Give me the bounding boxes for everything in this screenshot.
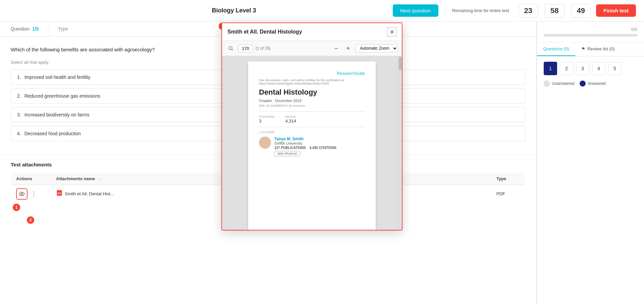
sort-icon: ↑↓ xyxy=(98,177,101,181)
pdf-chapter: Chapter · December 2019 xyxy=(259,99,365,103)
search-icon xyxy=(228,46,233,51)
legend: Unanswered Answered xyxy=(537,81,644,92)
question-nav-item[interactable]: Question 1/5 xyxy=(0,21,50,36)
pdf-page-info: (1 of 29) xyxy=(256,46,271,51)
pdf-file-icon: PDF xyxy=(56,190,63,198)
pdf-small-link: See discussions, stats, and author profi… xyxy=(259,79,365,85)
pdf-researchgate: ResearchGate xyxy=(259,71,365,76)
question-nav-label: Question xyxy=(11,26,30,32)
pdf-scrollbar[interactable] xyxy=(398,56,402,230)
pdf-content[interactable]: ResearchGate See discussions, stats, and… xyxy=(222,56,402,230)
svg-line-5 xyxy=(232,49,233,50)
pdf-icon: PDF xyxy=(56,190,63,196)
option-text-3: Increased biodiversity on farms xyxy=(24,112,90,117)
q-btn-3[interactable]: 3 xyxy=(576,62,589,75)
pdf-author-affil: Griffith University xyxy=(274,141,336,145)
legend-unanswered: Unanswered xyxy=(544,81,574,87)
score-text: 0/5 xyxy=(544,27,637,32)
pdf-close-button[interactable]: ✕ xyxy=(387,27,396,37)
pdf-author-name[interactable]: Tanya M. Smith xyxy=(274,137,336,141)
unanswered-label: Unanswered xyxy=(552,81,574,86)
answered-dot xyxy=(580,81,586,87)
pdf-toolbar: (1 of 29) − + Automatic Zoom50%75%100%12… xyxy=(222,41,402,56)
pdf-viewer-modal: Smith et All. Dental Histology ✕ (1 of 2… xyxy=(221,22,402,231)
finish-test-button[interactable]: Finish test xyxy=(596,4,636,17)
next-question-button[interactable]: Next question xyxy=(393,4,438,17)
option-text-2: Reduced greenhouse gas emissions xyxy=(24,93,100,99)
pdf-author-avatar xyxy=(259,137,271,149)
pdf-author-stats: 127 PUBLICATIONS 6,435 CITATIONS xyxy=(274,146,336,150)
view-attachment-button[interactable] xyxy=(16,188,28,200)
pdf-modal-title: Smith et All. Dental Histology xyxy=(227,29,302,35)
svg-point-0 xyxy=(19,192,24,196)
badge-2: 2 xyxy=(27,216,34,224)
pdf-author-section: 1 author: Tanya M. Smith Griffith Univer… xyxy=(259,131,365,156)
option-number-1: 1. xyxy=(17,74,21,80)
pdf-zoom-in-button[interactable]: + xyxy=(343,44,353,53)
header-right: Next question Remaining time for entire … xyxy=(393,4,636,17)
pdf-citations-value: 3 xyxy=(259,118,275,123)
see-profile-button[interactable]: SEE PROFILE xyxy=(274,151,300,156)
right-panel: 0/5 Questions (5) ⚑ Review list (0) 1 2 … xyxy=(537,21,644,304)
unanswered-dot xyxy=(544,81,550,87)
option-number-3: 3. xyxy=(17,112,21,117)
question-buttons: 1 2 3 4 5 xyxy=(537,56,644,81)
svg-text:PDF: PDF xyxy=(57,192,61,194)
q-btn-2[interactable]: 2 xyxy=(560,62,573,75)
question-type: Type xyxy=(50,21,76,36)
svg-point-4 xyxy=(229,47,232,50)
col-type: Type xyxy=(492,172,525,185)
badge-1: 1 xyxy=(13,204,20,211)
score-section: 0/5 xyxy=(537,21,644,42)
pdf-divider xyxy=(259,111,365,112)
option-text-1: Improved soil health and fertility xyxy=(24,74,91,80)
pdf-citations: CITATIONS 3 xyxy=(259,115,275,123)
q-btn-4[interactable]: 4 xyxy=(592,62,605,75)
question-fraction: 1/5 xyxy=(32,26,39,32)
svg-point-1 xyxy=(21,193,23,195)
tab-review[interactable]: ⚑ Review list (0) xyxy=(575,42,621,56)
flag-icon: ⚑ xyxy=(581,46,585,51)
pdf-reads: READS 4,314 xyxy=(285,115,297,123)
pdf-page: ResearchGate See discussions, stats, and… xyxy=(248,61,376,230)
attachment-more-button[interactable]: ⋮ xyxy=(30,189,38,199)
right-panel-tabs: Questions (5) ⚑ Review list (0) xyxy=(537,42,644,56)
page-title: Biology Level 3 xyxy=(75,7,393,14)
q-btn-5[interactable]: 5 xyxy=(608,62,622,75)
pdf-reads-value: 4,314 xyxy=(285,118,297,123)
attachment-actions: ⋮ xyxy=(11,185,51,203)
legend-answered: Answered xyxy=(580,81,605,87)
pdf-scrollbar-thumb[interactable] xyxy=(399,57,401,70)
timer-hours: 23 xyxy=(519,4,538,17)
pdf-meta-row: CITATIONS 3 READS 4,314 xyxy=(259,115,365,123)
eye-icon xyxy=(19,191,25,197)
attachment-type: PDF xyxy=(492,185,525,203)
header: Biology Level 3 Next question Remaining … xyxy=(0,0,644,21)
pdf-author-info: Tanya M. Smith Griffith University 127 P… xyxy=(274,137,336,156)
answered-label: Answered xyxy=(588,81,605,86)
pdf-citations-label: CITATIONS xyxy=(259,115,275,118)
pdf-zoom-out-button[interactable]: − xyxy=(331,44,341,53)
q-btn-1[interactable]: 1 xyxy=(544,62,557,75)
option-number-4: 4. xyxy=(17,131,21,136)
timer-label: Remaining time for entire test xyxy=(452,8,509,13)
pdf-divider2 xyxy=(259,127,365,127)
timer-seconds: 49 xyxy=(571,4,591,17)
pdf-search-button[interactable] xyxy=(226,44,235,53)
pdf-author-row: Tanya M. Smith Griffith University 127 P… xyxy=(259,137,365,156)
pdf-zoom-select[interactable]: Automatic Zoom50%75%100%125%150% xyxy=(356,44,398,52)
timer-minutes: 58 xyxy=(545,4,564,17)
pdf-modal-header: Smith et All. Dental Histology ✕ xyxy=(222,23,402,41)
pdf-page-input[interactable] xyxy=(238,45,253,52)
option-text-4: Decreased food production xyxy=(24,131,81,136)
progress-bar xyxy=(544,34,637,37)
option-number-2: 2. xyxy=(17,93,21,99)
pdf-doi: DOI: 10.1016/B978-0-12-xxxxxxxx xyxy=(259,104,365,107)
col-actions: Actions xyxy=(11,172,51,185)
pdf-reads-label: READS xyxy=(285,115,297,118)
tab-questions[interactable]: Questions (5) xyxy=(537,42,575,56)
pdf-authors-label: 1 author: xyxy=(259,131,365,134)
attachment-filename: Smith et All. Dental Hist... xyxy=(65,191,114,196)
pdf-doc-title: Dental Histology xyxy=(259,88,365,97)
